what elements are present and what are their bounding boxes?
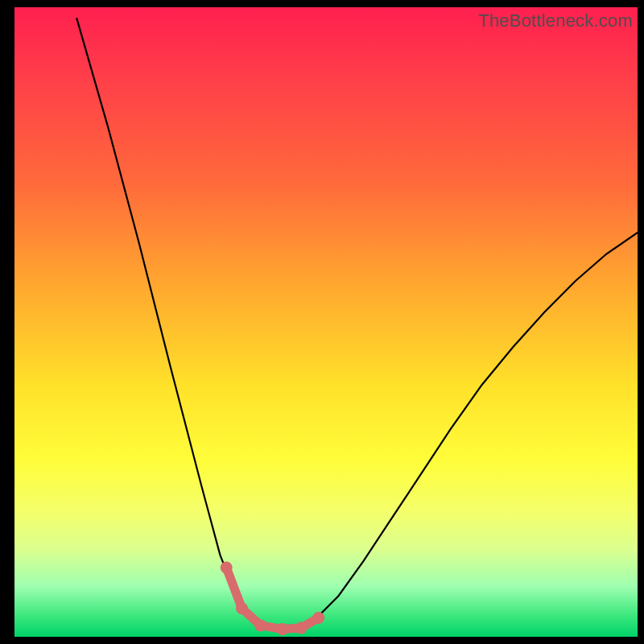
highlight-dot bbox=[312, 612, 324, 624]
highlight-dot bbox=[295, 622, 308, 634]
highlight-dot bbox=[276, 623, 288, 635]
minimum-highlight bbox=[226, 568, 319, 630]
bottleneck-curve bbox=[76, 19, 638, 630]
plot-gradient-background: TheBottleneck.com bbox=[14, 7, 638, 637]
highlight-dot bbox=[221, 562, 233, 574]
curve-layer bbox=[14, 7, 638, 637]
chart-stage: TheBottleneck.com bbox=[0, 0, 644, 644]
highlight-dot bbox=[254, 619, 266, 631]
highlight-dot bbox=[236, 602, 248, 614]
